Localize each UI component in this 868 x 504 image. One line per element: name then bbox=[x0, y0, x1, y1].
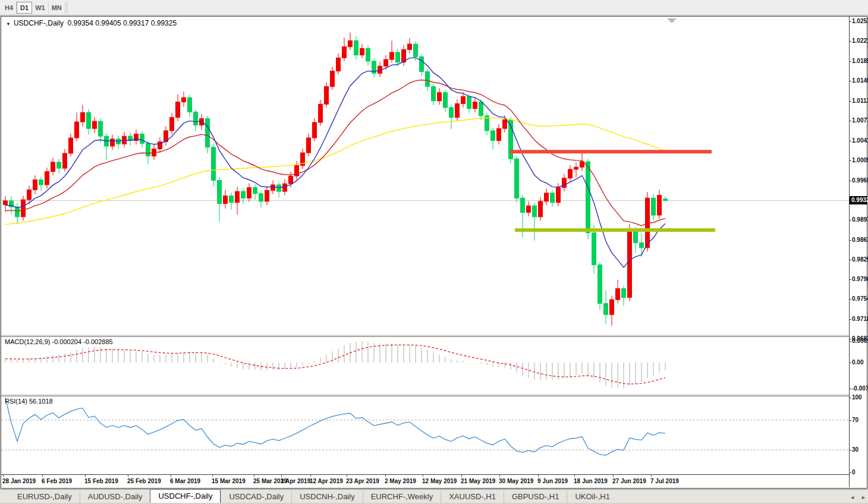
date-tick-label: 18 Jun 2019 bbox=[574, 478, 608, 484]
ma-fast-line bbox=[5, 58, 665, 267]
axis-tick-mark bbox=[850, 339, 851, 339]
chart-symbol-label: USDCHF-,Daily bbox=[14, 19, 64, 27]
toolbar-separator bbox=[67, 2, 67, 13]
price-tick-label: 0.97900 bbox=[852, 276, 868, 282]
tab-scroll-left-icon[interactable]: ◄ bbox=[850, 494, 855, 500]
date-tick-mark bbox=[212, 475, 213, 477]
price-tick-label: 0.97540 bbox=[852, 295, 868, 302]
axis-tick-mark bbox=[850, 319, 851, 320]
date-tick-label: 27 Jun 2019 bbox=[612, 478, 646, 484]
axis-tick-mark bbox=[850, 260, 851, 260]
date-tick-label: 15 Feb 2019 bbox=[84, 478, 118, 484]
macd-signal-line bbox=[5, 345, 665, 384]
tab-ukoil[interactable]: UKOil-,H1 bbox=[567, 491, 618, 503]
date-tick-mark bbox=[538, 475, 539, 477]
timeframe-toolbar: H4D1W1MN bbox=[0, 0, 868, 15]
price-chart-canvas[interactable] bbox=[1, 17, 849, 335]
macd-label: MACD(12,26,9) -0.000204 -0.002885 bbox=[5, 338, 113, 345]
timeframe-button-w1[interactable]: W1 bbox=[32, 2, 49, 14]
axis-tick-mark bbox=[850, 472, 851, 473]
rsi-tick-label: 100 bbox=[852, 394, 862, 401]
date-tick-mark bbox=[499, 475, 500, 477]
axis-tick-mark bbox=[850, 420, 851, 421]
axis-tick-mark bbox=[850, 398, 851, 398]
axis-tick-mark bbox=[850, 240, 851, 241]
rsi-line bbox=[5, 398, 665, 455]
rsi-canvas[interactable] bbox=[1, 396, 849, 474]
timeframe-button-mn[interactable]: MN bbox=[49, 2, 65, 14]
chart-window: ▼USDCHF-,Daily 0.99354 0.99405 0.99317 0… bbox=[1, 16, 867, 489]
date-tick-mark bbox=[461, 475, 462, 477]
date-tick-mark bbox=[85, 475, 86, 477]
axis-tick-mark bbox=[850, 220, 851, 220]
macd-canvas[interactable] bbox=[1, 337, 849, 394]
date-tick-mark bbox=[574, 475, 575, 477]
price-tick-label: 1.01850 bbox=[852, 58, 868, 64]
date-tick-mark bbox=[128, 475, 128, 477]
date-tick-mark bbox=[385, 475, 386, 477]
date-tick-label: 6 Feb 2019 bbox=[42, 478, 72, 484]
chart-title: ▼USDCHF-,Daily 0.99354 0.99405 0.99317 0… bbox=[6, 19, 177, 27]
tab-eurusd[interactable]: EURUSD-,Daily bbox=[10, 491, 80, 503]
date-tick-label: 12 Apr 2019 bbox=[310, 478, 343, 484]
axis-tick-mark bbox=[850, 160, 851, 161]
tab-audusd[interactable]: AUDUSD-,Daily bbox=[80, 491, 150, 503]
price-tick-label: 1.00770 bbox=[852, 117, 868, 124]
axis-tick-mark bbox=[850, 81, 851, 81]
date-tick-label: 7 Jul 2019 bbox=[650, 478, 679, 484]
date-tick-label: 28 Jan 2019 bbox=[2, 478, 36, 484]
tab-usdcad[interactable]: USDCAD-,Daily bbox=[221, 491, 291, 503]
chart-area: ▼USDCHF-,Daily 0.99354 0.99405 0.99317 0… bbox=[1, 17, 849, 487]
tab-eurchf[interactable]: EURCHF-,Weekly bbox=[363, 491, 441, 503]
current-price-tag: 0.99325 bbox=[850, 196, 867, 204]
tab-usdcnh[interactable]: USDCNH-,Daily bbox=[291, 491, 362, 503]
price-panel[interactable]: ▼USDCHF-,Daily 0.99354 0.99405 0.99317 0… bbox=[1, 17, 849, 335]
tab-usdchf[interactable]: USDCHF-,Daily bbox=[150, 489, 221, 503]
price-axis[interactable]: 1.025701.022101.018501.014901.011301.007… bbox=[849, 17, 867, 487]
macd-panel[interactable]: MACD(12,26,9) -0.000204 -0.002885 bbox=[1, 337, 849, 394]
macd-tick-label: 0.00613 bbox=[852, 338, 868, 344]
chart-ohlc-values: 0.99354 0.99405 0.99317 0.99325 bbox=[68, 19, 177, 27]
date-tick-mark bbox=[613, 475, 614, 477]
tab-scroll-right-icon[interactable]: ► bbox=[861, 494, 866, 500]
tab-gbpusd[interactable]: GBPUSD-,H1 bbox=[504, 491, 567, 503]
date-tick-mark bbox=[3, 475, 4, 477]
price-tick-label: 0.98610 bbox=[852, 237, 868, 243]
date-tick-mark bbox=[423, 475, 423, 477]
date-tick-label: 12 May 2019 bbox=[422, 478, 457, 484]
axis-tick-mark bbox=[850, 181, 851, 181]
price-tick-label: 0.98970 bbox=[852, 216, 868, 223]
date-tick-mark bbox=[171, 475, 171, 477]
timeframe-button-d1[interactable]: D1 bbox=[17, 2, 32, 14]
date-tick-label: 9 Jun 2019 bbox=[537, 478, 568, 484]
resistance-line bbox=[510, 150, 712, 153]
rsi-tick-label: 0 bbox=[852, 469, 856, 475]
rsi-panel[interactable]: RSI(14) 56.1018 bbox=[1, 396, 849, 474]
axis-tick-mark bbox=[850, 279, 851, 280]
price-tick-label: 1.02210 bbox=[852, 37, 868, 44]
rsi-label: RSI(14) 56.1018 bbox=[5, 398, 53, 405]
date-tick-mark bbox=[310, 475, 311, 477]
date-tick-mark bbox=[254, 475, 254, 477]
collapse-triangle-icon[interactable]: ▼ bbox=[6, 21, 11, 27]
date-tick-label: 6 Mar 2019 bbox=[170, 478, 200, 484]
price-tick-label: 1.02570 bbox=[852, 18, 868, 24]
price-tick-label: 1.00050 bbox=[852, 157, 868, 163]
price-tick-label: 1.01490 bbox=[852, 77, 868, 84]
axis-tick-mark bbox=[850, 299, 851, 300]
date-axis[interactable]: 28 Jan 20196 Feb 201915 Feb 201925 Feb 2… bbox=[1, 474, 849, 487]
axis-tick-mark bbox=[850, 101, 851, 102]
symbol-tab-bar: EURUSD-,DailyAUDUSD-,DailyUSDCHF-,DailyU… bbox=[0, 489, 868, 503]
tab-xauusd[interactable]: XAUUSD-,H1 bbox=[441, 491, 504, 503]
ma-slow-line bbox=[5, 118, 665, 224]
tab-scroll-arrows: ◄► bbox=[850, 494, 866, 500]
date-tick-mark bbox=[42, 475, 43, 477]
axis-tick-mark bbox=[850, 61, 851, 62]
price-tick-label: 0.99690 bbox=[852, 177, 868, 184]
date-tick-mark bbox=[281, 475, 282, 477]
timeframe-button-h4[interactable]: H4 bbox=[2, 2, 17, 14]
axis-tick-mark bbox=[850, 141, 851, 141]
macd-tick-label: 0.00 bbox=[852, 359, 863, 366]
date-tick-label: 25 Feb 2019 bbox=[127, 478, 161, 484]
price-tick-label: 0.97180 bbox=[852, 316, 868, 322]
